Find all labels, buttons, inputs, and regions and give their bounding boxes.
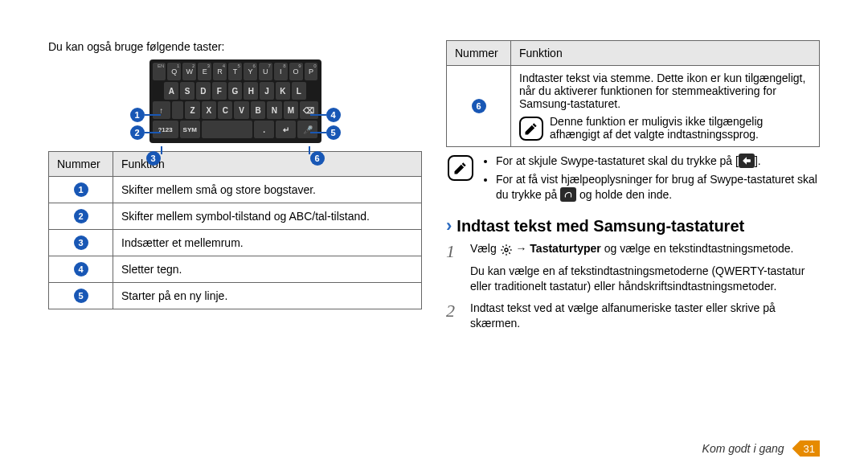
note-icon: [448, 155, 473, 181]
tip-1: For at skjule Swype-tastaturet skal du t…: [496, 154, 820, 169]
kb-sym-key: SYM: [180, 121, 200, 138]
col-nummer-r: Nummer: [447, 41, 511, 66]
note-icon: [519, 117, 543, 141]
kb-shift-key: ↑: [153, 101, 171, 119]
annotation-3: 3: [146, 151, 161, 166]
section-title: Indtast tekst med Samsung-tastaturet: [457, 217, 744, 236]
annotation-5: 5: [326, 125, 341, 140]
kb-backspace-key: ⌫: [300, 101, 318, 119]
annotation-6: 6: [310, 151, 325, 166]
col-nummer: Nummer: [49, 152, 113, 177]
num-circle-1: 1: [74, 182, 88, 197]
step-1-sub: Du kan vælge en af tekstindtastningsmeto…: [470, 264, 820, 294]
step-2: 2 Indtast tekst ved at vælge alfanumeris…: [446, 301, 820, 331]
kb-abc-key: ?123: [153, 121, 178, 138]
right-function-table: Nummer Funktion 6 Indtaster tekst via st…: [446, 40, 820, 147]
num-circle-6: 6: [472, 99, 486, 113]
left-function-table: Nummer Funktion 1 Skifter mellem små og …: [48, 151, 422, 309]
section-header: › Indtast tekst med Samsung-tastaturet: [446, 215, 820, 236]
row6-main: Indtaster tekst via stemme. Dette ikon e…: [519, 72, 805, 110]
svg-line-5: [502, 246, 503, 247]
num-circle-4: 4: [74, 262, 88, 276]
left-intro: Du kan også bruge følgende taster:: [48, 40, 422, 53]
page-footer: Kom godt i gang 31: [702, 440, 820, 457]
table-row: 4 Sletter tegn.: [49, 256, 422, 283]
table-row: 1 Skifter mellem små og store bogstaver.: [49, 177, 422, 203]
gear-icon: [500, 244, 513, 256]
row6-note: Denne funktion er muligvis ikke tilgænge…: [550, 115, 811, 141]
swype-key-icon: [560, 187, 576, 202]
annotation-2: 2: [130, 125, 145, 140]
svg-line-7: [502, 252, 503, 253]
back-key-icon: [739, 154, 755, 168]
kb-space-key: [202, 121, 252, 138]
footer-section: Kom godt i gang: [702, 442, 784, 455]
num-circle-3: 3: [74, 236, 88, 250]
svg-line-8: [509, 246, 510, 247]
table-row: 2 Skifter mellem symbol-tilstand og ABC/…: [49, 203, 422, 230]
col-funktion-r: Funktion: [511, 41, 820, 66]
num-circle-5: 5: [74, 289, 88, 303]
svg-line-6: [509, 252, 510, 253]
step-1: 1 Vælg → Tastaturtyper og vælge en tekst…: [446, 241, 820, 260]
svg-point-0: [505, 248, 508, 252]
kb-mic-key: 🎤: [297, 121, 317, 138]
table-row: 6 Indtaster tekst via stemme. Dette ikon…: [447, 66, 820, 147]
table-row: 3 Indsætter et mellemrum.: [49, 230, 422, 256]
chevron-right-icon: ›: [446, 215, 452, 236]
keyboard-illustration: EN Q1 W2 E3 R4 T5 Y6 U7 I8 O9 P0: [48, 59, 422, 143]
page-number-badge: 31: [792, 440, 820, 457]
annotation-1: 1: [130, 108, 145, 122]
tips-block: For at skjule Swype-tastaturet skal du t…: [448, 154, 820, 206]
kb-enter-key: ↵: [276, 121, 296, 138]
tip-2: For at få vist hjælpeoplysninger for bru…: [496, 172, 820, 203]
annotation-4: 4: [326, 108, 341, 122]
table-row: 5 Starter på en ny linje.: [49, 283, 422, 309]
num-circle-2: 2: [74, 209, 88, 223]
